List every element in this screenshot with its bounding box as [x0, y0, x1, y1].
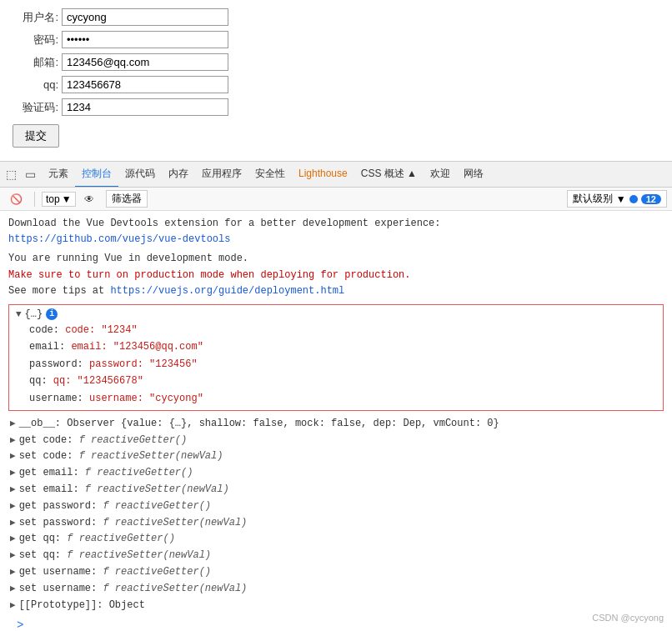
- password-input[interactable]: [62, 31, 228, 48]
- tab-lighthouse[interactable]: Lighthouse: [292, 163, 354, 186]
- level-dropdown-icon: ▼: [616, 193, 626, 205]
- email-input[interactable]: [62, 53, 228, 71]
- tree-set-email: ▶ set email: f reactiveSetter(newVal): [8, 482, 664, 498]
- console-link-1-row: https://github.com/vuejs/vue-devtools: [8, 232, 664, 248]
- username-label: 用户名:: [13, 10, 58, 25]
- password-row: 密码:: [13, 31, 659, 48]
- top-label: top: [46, 193, 60, 205]
- json-username-prop: username: username: "cycyong": [16, 390, 656, 407]
- divider-1: [34, 192, 35, 207]
- json-qq-value: qq: "123456678": [53, 375, 143, 387]
- level-dot: [629, 195, 638, 203]
- vue-dev-msg: You are running Vue in development mode.: [8, 253, 248, 264]
- code-input[interactable]: [62, 98, 228, 116]
- tree-set-username: ▶ set username: f reactiveSetter(newVal): [8, 581, 664, 598]
- json-username-value: username: "cycyong": [89, 393, 203, 404]
- email-label: 邮箱:: [13, 55, 58, 70]
- vue-tips-link[interactable]: https://vuejs.org/guide/deployment.html: [110, 285, 344, 297]
- tree-arrow-ob[interactable]: ▶: [10, 416, 16, 431]
- live-expressions-button[interactable]: 👁: [79, 191, 99, 208]
- devtools-link[interactable]: https://github.com/vuejs/vue-devtools: [8, 233, 230, 245]
- device-icon[interactable]: ▭: [23, 164, 38, 184]
- console-input-arrow[interactable]: >: [17, 618, 23, 631]
- tree-get-email: ▶ get email: f reactiveGetter(): [8, 465, 664, 482]
- devtools-message: Download the Vue Devtools extension for …: [8, 218, 440, 229]
- vue-prod-msg: Make sure to turn on production mode whe…: [8, 269, 410, 281]
- tree-arrow-set-email[interactable]: ▶: [10, 482, 16, 497]
- console-bottom: >: [8, 613, 664, 631]
- json-code-value: code: "1234": [65, 324, 137, 336]
- qq-label: qq:: [13, 78, 58, 91]
- vue-warning-block: You are running Vue in development mode.…: [8, 251, 664, 299]
- json-email-prop: email: email: "123456@qq.com": [16, 338, 656, 355]
- tree-arrow-get-qq[interactable]: ▶: [10, 531, 16, 546]
- context-selector[interactable]: top ▼: [42, 192, 76, 207]
- json-header[interactable]: ▼ {…} i: [16, 308, 656, 320]
- code-label: 验证码:: [13, 100, 58, 115]
- tree-arrow-set-qq[interactable]: ▶: [10, 548, 16, 563]
- tree-arrow-set-code[interactable]: ▶: [10, 448, 16, 463]
- submit-row: 提交: [13, 121, 659, 148]
- inspect-icon[interactable]: ⬚: [3, 164, 19, 184]
- vue-line-1: You are running Vue in development mode.: [8, 251, 664, 267]
- tab-css-overview[interactable]: CSS 概述 ▲: [354, 162, 424, 188]
- tree-arrow-set-username[interactable]: ▶: [10, 581, 16, 596]
- qq-row: qq:: [13, 76, 659, 93]
- filter-label: 筛选器: [112, 192, 142, 206]
- console-content: Download the Vue Devtools extension for …: [0, 211, 672, 631]
- email-row: 邮箱:: [13, 53, 659, 71]
- tab-memory[interactable]: 内存: [162, 162, 195, 188]
- tree-arrow-get-code[interactable]: ▶: [10, 433, 16, 448]
- filter-button[interactable]: 筛选器: [106, 190, 148, 208]
- console-line-1: Download the Vue Devtools extension for …: [8, 216, 664, 232]
- tab-welcome[interactable]: 欢迎: [424, 162, 457, 188]
- expand-icon: ▼: [16, 309, 22, 319]
- tree-set-qq: ▶ set qq: f reactiveSetter(newVal): [8, 548, 664, 564]
- log-level-selector[interactable]: 默认级别 ▼ 12: [567, 190, 667, 208]
- devtools-toolbar: 🚫 top ▼ 👁 筛选器 默认级别 ▼ 12: [0, 188, 672, 211]
- tree-arrow-get-password[interactable]: ▶: [10, 498, 16, 513]
- tree-get-code: ▶ get code: f reactiveGetter(): [8, 433, 664, 449]
- json-password-prop: password: password: "123456": [16, 356, 656, 373]
- submit-button[interactable]: 提交: [13, 124, 59, 148]
- tree-arrow-prototype[interactable]: ▶: [10, 598, 16, 613]
- tree-arrow-get-username[interactable]: ▶: [10, 564, 16, 579]
- watermark: CSDN @cycyong: [592, 613, 664, 623]
- tree-set-code: ▶ set code: f reactiveSetter(newVal): [8, 448, 664, 465]
- dropdown-arrow-icon: ▼: [62, 193, 72, 205]
- tree-arrow-get-email[interactable]: ▶: [10, 465, 16, 480]
- tab-application[interactable]: 应用程序: [195, 162, 248, 188]
- tree-get-password: ▶ get password: f reactiveGetter(): [8, 498, 664, 515]
- devtools-tabs-bar: ⬚ ▭ 元素 控制台 源代码 内存 应用程序 安全性 Lighthouse CS…: [0, 161, 672, 188]
- tree-get-qq: ▶ get qq: f reactiveGetter(): [8, 531, 664, 548]
- tree-set-password: ▶ set password: f reactiveSetter(newVal): [8, 515, 664, 532]
- tab-elements[interactable]: 元素: [42, 162, 75, 188]
- vue-tips-prefix: See more tips at: [8, 285, 110, 297]
- tree-get-username: ▶ get username: f reactiveGetter(): [8, 564, 664, 581]
- form-section: 用户名: 密码: 邮箱: qq: 验证码: 提交: [0, 0, 672, 161]
- json-qq-prop: qq: qq: "123456678": [16, 373, 656, 389]
- info-icon[interactable]: i: [46, 308, 58, 320]
- username-row: 用户名:: [13, 8, 659, 26]
- vue-line-2: Make sure to turn on production mode whe…: [8, 268, 664, 283]
- default-level-label: 默认级别: [573, 192, 613, 206]
- json-label: {…}: [25, 308, 43, 320]
- qq-input[interactable]: [62, 76, 228, 93]
- clear-console-button[interactable]: 🚫: [5, 191, 28, 208]
- json-email-value: email: "123456@qq.com": [71, 341, 203, 353]
- code-row: 验证码:: [13, 98, 659, 116]
- json-code-prop: code: code: "1234": [16, 322, 656, 338]
- tree-prototype: ▶ [[Prototype]]: Object: [8, 598, 664, 614]
- tab-network[interactable]: 网络: [457, 162, 490, 188]
- tree-item-ob: ▶ __ob__: Observer {value: {…}, shallow:…: [8, 416, 664, 433]
- tab-console[interactable]: 控制台: [75, 162, 118, 188]
- error-count-badge: 12: [641, 194, 661, 204]
- tree-arrow-set-password[interactable]: ▶: [10, 515, 16, 530]
- tab-security[interactable]: 安全性: [248, 162, 292, 188]
- json-password-value: password: "123456": [89, 358, 198, 370]
- password-label: 密码:: [13, 33, 58, 48]
- vue-line-3: See more tips at https://vuejs.org/guide…: [8, 283, 664, 299]
- username-input[interactable]: [62, 8, 228, 26]
- tab-sources[interactable]: 源代码: [118, 162, 162, 188]
- tree-ob-text: __ob__: Observer {value: {…}, shallow: f…: [19, 416, 499, 433]
